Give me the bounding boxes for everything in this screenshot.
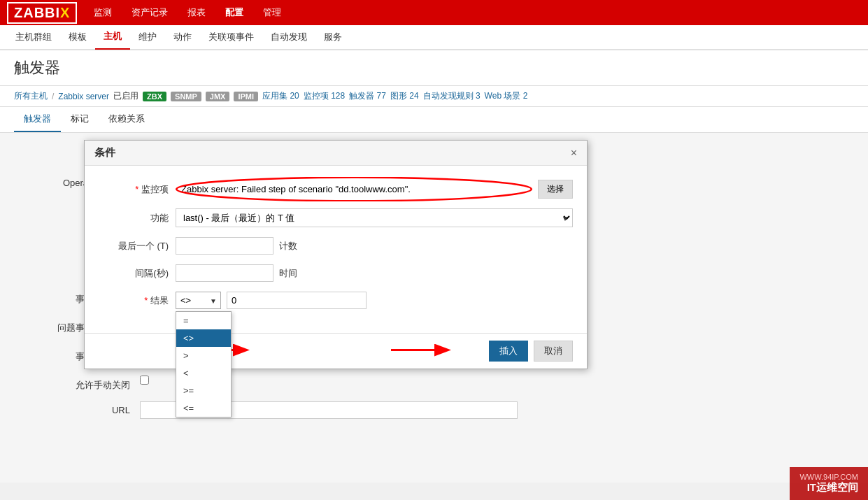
breadcrumb-monitor[interactable]: 监控项 128 (304, 90, 345, 102)
count-label: 计数 (279, 240, 297, 252)
breadcrumb-server[interactable]: Zabbix server (58, 92, 109, 101)
modal-function-row: 功能 last() - 最后（最近）的 T 值 (99, 208, 573, 227)
op-gte[interactable]: >= (176, 382, 231, 399)
monitor-item-input[interactable] (176, 180, 532, 199)
sub-nav-related-event[interactable]: 关联项事件 (200, 25, 262, 49)
result-value-input[interactable] (227, 292, 367, 309)
form-label-manual-close: 允许手动关闭 (14, 376, 140, 392)
manual-close-checkbox-row (140, 376, 854, 385)
arrow-to-insert (391, 340, 461, 363)
sub-nav: 主机群组 模板 主机 维护 动作 关联项事件 自动发现 服务 (0, 25, 868, 50)
top-nav: ZABBIX 监测 资产记录 报表 配置 管理 (0, 0, 868, 25)
breadcrumb-web[interactable]: Web 场景 2 (485, 90, 528, 102)
modal-interval-label: 间隔(秒) (99, 267, 176, 280)
modal-select-button[interactable]: 选择 (538, 180, 573, 199)
modal-interval-content: 时间 (176, 264, 573, 282)
form-input-manual-close (140, 376, 854, 385)
tab-dependency[interactable]: 依赖关系 (99, 107, 155, 132)
sub-nav-maintenance[interactable]: 维护 (130, 25, 165, 49)
modal-result-content: <> = > < >= <= ▼ = <> > (176, 292, 573, 309)
modal-last-row: 最后一个 (T) 计数 (99, 237, 573, 255)
sub-nav-template[interactable]: 模板 (60, 25, 95, 49)
breadcrumb-enabled: 已启用 (113, 90, 138, 102)
function-select[interactable]: last() - 最后（最近）的 T 值 (176, 208, 573, 227)
nav-report[interactable]: 报表 (185, 2, 208, 23)
insert-button[interactable]: 插入 (489, 341, 528, 362)
modal-title: 条件 (94, 146, 115, 159)
form-input-url (140, 401, 854, 419)
breadcrumb-trigger[interactable]: 触发器 77 (349, 90, 386, 102)
op-notequal[interactable]: <> (176, 329, 231, 347)
modal-monitor-label: * 监控项 (99, 183, 176, 196)
watermark-brand: IT运维空间 (799, 481, 858, 483)
watermark: WWW.94IP.COM IT运维空间 (790, 467, 868, 483)
operator-dropdown: = <> > < >= <= (176, 311, 232, 417)
modal-close-icon[interactable]: × (571, 147, 577, 159)
sub-nav-autodiscovery[interactable]: 自动发现 (262, 25, 315, 49)
modal-function-content: last() - 最后（最近）的 T 值 (176, 208, 573, 227)
function-select-wrap: last() - 最后（最近）的 T 值 (176, 208, 573, 227)
time-label: 时间 (279, 267, 297, 280)
monitor-input-wrap (176, 180, 532, 199)
sub-nav-service[interactable]: 服务 (315, 25, 350, 49)
op-gt[interactable]: > (176, 347, 231, 364)
breadcrumb: 所有主机 / Zabbix server 已启用 ZBX SNMP JMX IP… (0, 86, 868, 107)
modal-result-label: * 结果 (99, 294, 176, 307)
badge-ipmi[interactable]: IPMI (234, 92, 258, 101)
modal-interval-row: 间隔(秒) 时间 (99, 264, 573, 282)
breadcrumb-autodiscover[interactable]: 自动发现规则 3 (423, 90, 481, 102)
modal-header: 条件 × (85, 141, 587, 166)
cancel-button[interactable]: 取消 (534, 341, 573, 362)
breadcrumb-sep1: / (52, 92, 54, 101)
main-content: * 名称 Operational data 严重性 未分类 信息 警 一般严重 … (0, 133, 868, 483)
modal-dialog: 条件 × * 监控项 选择 (84, 140, 588, 369)
interval-input[interactable] (176, 264, 273, 282)
zabbix-logo[interactable]: ZABBIX (7, 2, 77, 24)
modal-function-label: 功能 (99, 212, 176, 224)
nav-assets[interactable]: 资产记录 (129, 2, 171, 23)
sub-nav-host[interactable]: 主机 (95, 24, 130, 50)
page-title-bar: 触发器 (0, 50, 868, 86)
form-label-url: URL (14, 401, 140, 415)
op-lte[interactable]: <= (176, 399, 231, 417)
nav-monitor[interactable]: 监测 (91, 2, 115, 23)
sub-nav-hostgroup[interactable]: 主机群组 (7, 25, 60, 49)
modal-body: * 监控项 选择 功能 (85, 166, 587, 333)
tab-bar: 触发器 标记 依赖关系 (0, 107, 868, 133)
modal-monitor-row: * 监控项 选择 (99, 180, 573, 199)
manual-close-checkbox[interactable] (140, 376, 149, 385)
tab-mark[interactable]: 标记 (61, 107, 99, 132)
last-one-input[interactable] (176, 237, 273, 255)
result-operator-select[interactable]: <> = > < >= <= (176, 292, 221, 309)
badge-snmp[interactable]: SNMP (171, 92, 201, 101)
form-row-manual-close: 允许手动关闭 (14, 376, 854, 392)
result-select-wrap: <> = > < >= <= ▼ = <> > (176, 292, 221, 309)
tab-trigger[interactable]: 触发器 (14, 107, 61, 132)
breadcrumb-graph[interactable]: 图形 24 (390, 90, 419, 102)
top-nav-items: 监测 资产记录 报表 配置 管理 (91, 2, 284, 23)
page-title: 触发器 (14, 57, 854, 78)
badge-jmx[interactable]: JMX (206, 92, 230, 101)
op-equal[interactable]: = (176, 312, 231, 329)
watermark-domain: WWW.94IP.COM (799, 473, 858, 481)
op-lt[interactable]: < (176, 364, 231, 382)
sub-nav-action[interactable]: 动作 (165, 25, 200, 49)
form-row-url: URL (14, 401, 854, 419)
breadcrumb-all-hosts[interactable]: 所有主机 (14, 90, 48, 102)
nav-admin[interactable]: 管理 (260, 2, 284, 23)
breadcrumb-appset[interactable]: 应用集 20 (262, 90, 299, 102)
modal-last-content: 计数 (176, 237, 573, 255)
modal-result-row: * 结果 <> = > < >= <= ▼ (99, 292, 573, 309)
modal-footer: 插入 取消 (85, 333, 587, 369)
nav-config[interactable]: 配置 (222, 2, 246, 23)
modal-monitor-content: 选择 (176, 180, 573, 199)
modal-last-label: 最后一个 (T) (99, 240, 176, 252)
badge-zbx[interactable]: ZBX (143, 92, 166, 101)
